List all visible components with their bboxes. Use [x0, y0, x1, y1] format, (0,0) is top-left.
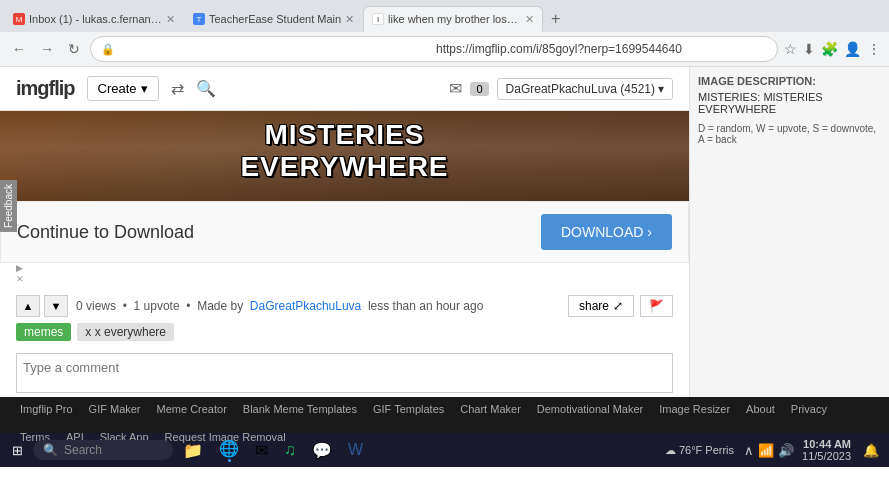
tab-imgflip[interactable]: I like when my brother loses hi... ✕: [363, 6, 543, 32]
clock-time: 10:44 AM: [802, 438, 851, 450]
word-icon: W: [348, 441, 363, 459]
mail-icon[interactable]: ✉: [449, 79, 462, 98]
discord-icon: 💬: [312, 441, 332, 460]
hotkeys-value: D = random, W = upvote, S = downvote, A …: [698, 123, 881, 145]
taskbar-app-explorer[interactable]: 📁: [177, 439, 209, 462]
footer-link-gif-templates[interactable]: GIF Templates: [373, 403, 444, 415]
browser-chrome: M Inbox (1) - lukas.c.fernandez@... ✕ T …: [0, 0, 889, 67]
tab-title-imgflip: like when my brother loses hi...: [388, 13, 521, 25]
imgflip-favicon: I: [372, 13, 384, 25]
flag-button[interactable]: 🚩: [640, 295, 673, 317]
tab-title-gmail: Inbox (1) - lukas.c.fernandez@...: [29, 13, 162, 25]
spotify-icon: ♫: [284, 441, 296, 459]
extensions-icon[interactable]: 🧩: [821, 41, 838, 57]
vote-buttons: ▲ ▼: [16, 295, 68, 317]
system-tray: ∧ 📶 🔊: [744, 443, 794, 458]
profile-icon[interactable]: 👤: [844, 41, 861, 57]
feedback-tab[interactable]: Feedback: [0, 180, 17, 232]
ad-bar: ▶ ✕: [0, 263, 689, 289]
image-description-value: MISTERIES: MISTERIES EVERYWHERE: [698, 91, 881, 115]
edge-active-dot: [228, 459, 231, 462]
download-button[interactable]: DOWNLOAD ›: [541, 214, 672, 250]
gmail-icon: M: [13, 13, 25, 25]
toolbar-icons: ☆ ⬇ 🧩 👤 ⋮: [784, 41, 881, 57]
ad-icon-1[interactable]: ▶: [16, 263, 673, 274]
tag-memes[interactable]: memes: [16, 323, 71, 341]
clock[interactable]: 10:44 AM 11/5/2023: [798, 438, 855, 462]
notification-badge[interactable]: 0: [470, 82, 488, 96]
tab-gmail[interactable]: M Inbox (1) - lukas.c.fernandez@... ✕: [4, 6, 184, 32]
footer-link-meme-creator[interactable]: Meme Creator: [157, 403, 227, 415]
imgflip-logo[interactable]: imgflip: [16, 77, 75, 100]
vote-info: 0 views • 1 upvote • Made by DaGreatPkac…: [76, 299, 483, 313]
tab-title-teacherease: TeacherEase Student Main: [209, 13, 341, 25]
taskbar-search[interactable]: 🔍 Search: [33, 440, 173, 460]
forward-button[interactable]: →: [36, 39, 58, 59]
tab-close-gmail[interactable]: ✕: [166, 13, 175, 26]
clock-date: 11/5/2023: [802, 450, 851, 462]
refresh-button[interactable]: ↻: [64, 39, 84, 59]
search-icon-taskbar: 🔍: [43, 443, 58, 457]
footer-link-privacy[interactable]: Privacy: [791, 403, 827, 415]
wifi-icon[interactable]: 📶: [758, 443, 774, 458]
user-menu-button[interactable]: DaGreatPkachuLuva (4521) ▾: [497, 78, 673, 100]
shuffle-icon[interactable]: ⇄: [171, 79, 184, 98]
meme-image-container: MISTERIES EVERYWHERE imgflip.com: [0, 111, 689, 201]
notification-center[interactable]: 🔔: [859, 443, 883, 458]
weather-temp: 76°F: [679, 444, 702, 456]
create-button[interactable]: Create ▾: [87, 76, 159, 101]
footer-link-imgflip-pro[interactable]: Imgflip Pro: [20, 403, 73, 415]
footer-link-chart-maker[interactable]: Chart Maker: [460, 403, 521, 415]
footer-link-image-resizer[interactable]: Image Resizer: [659, 403, 730, 415]
footer-link-blank-meme[interactable]: Blank Meme Templates: [243, 403, 357, 415]
taskbar-app-edge[interactable]: 🌐: [213, 437, 245, 464]
teacherease-icon: T: [193, 13, 205, 25]
share-button[interactable]: share ⤢: [568, 295, 634, 317]
tab-close-teacherease[interactable]: ✕: [345, 13, 354, 26]
search-placeholder: Search: [64, 443, 102, 457]
share-icon: ⤢: [613, 299, 623, 313]
author-link[interactable]: DaGreatPkachuLuva: [250, 299, 361, 313]
meme-image: MISTERIES EVERYWHERE: [0, 111, 689, 201]
vote-section: ▲ ▼ 0 views • 1 upvote • Made by DaGreat…: [0, 289, 689, 323]
weather-widget[interactable]: ☁ 76°F Perris: [659, 444, 740, 457]
header-right: ✉ 0 DaGreatPkachuLuva (4521) ▾: [449, 78, 673, 100]
comment-input[interactable]: [16, 353, 673, 393]
downvote-button[interactable]: ▼: [44, 295, 68, 317]
ad-icon-2[interactable]: ✕: [16, 274, 673, 285]
footer-link-demotivational[interactable]: Demotivational Maker: [537, 403, 643, 415]
imgflip-header: imgflip Create ▾ ⇄ 🔍 ✉ 0 DaGreatPkachuLu…: [0, 67, 689, 111]
edge-icon: 🌐: [219, 439, 239, 458]
back-button[interactable]: ←: [8, 39, 30, 59]
taskbar-app-discord[interactable]: 💬: [306, 439, 338, 462]
meme-text: MISTERIES EVERYWHERE: [240, 119, 448, 182]
tab-close-imgflip[interactable]: ✕: [525, 13, 534, 26]
upvote-button[interactable]: ▲: [16, 295, 40, 317]
explorer-icon: 📁: [183, 441, 203, 460]
create-chevron: ▾: [141, 81, 148, 96]
taskbar-app-word[interactable]: W: [342, 439, 369, 461]
new-tab-button[interactable]: +: [543, 6, 568, 32]
browser-toolbar: ← → ↻ 🔒 https://imgflip.com/i/85goyl?ner…: [0, 32, 889, 66]
address-bar[interactable]: 🔒 https://imgflip.com/i/85goyl?nerp=1699…: [90, 36, 778, 62]
bookmark-icon[interactable]: ☆: [784, 41, 797, 57]
tab-teacherease[interactable]: T TeacherEase Student Main ✕: [184, 6, 363, 32]
taskbar-app-spotify[interactable]: ♫: [278, 439, 302, 461]
hotkeys-section: D = random, W = upvote, S = downvote, A …: [698, 123, 881, 145]
search-icon[interactable]: 🔍: [196, 79, 216, 98]
right-sidebar: IMAGE DESCRIPTION: MISTERIES: MISTERIES …: [689, 67, 889, 397]
taskbar-app-mail[interactable]: ✉: [249, 439, 274, 462]
volume-icon[interactable]: 🔊: [778, 443, 794, 458]
tag-x-everywhere[interactable]: x x everywhere: [77, 323, 174, 341]
start-icon: ⊞: [12, 443, 23, 458]
create-label: Create: [98, 81, 137, 96]
footer-link-gif-maker[interactable]: GIF Maker: [89, 403, 141, 415]
tray-chevron[interactable]: ∧: [744, 443, 754, 458]
mail-taskbar-icon: ✉: [255, 441, 268, 460]
download-icon[interactable]: ⬇: [803, 41, 815, 57]
menu-icon[interactable]: ⋮: [867, 41, 881, 57]
download-section: Continue to Download DOWNLOAD ›: [0, 201, 689, 263]
start-button[interactable]: ⊞: [6, 439, 29, 462]
comment-actions: Add Meme Add Image Post Comment: [16, 396, 673, 397]
footer-link-about[interactable]: About: [746, 403, 775, 415]
